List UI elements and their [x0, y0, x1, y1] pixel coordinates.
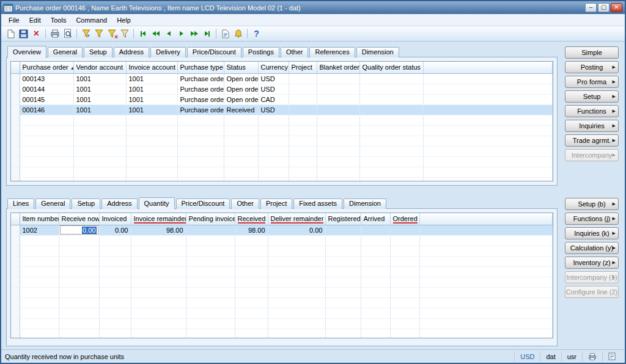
previous-group-icon[interactable] [149, 27, 162, 40]
help-icon[interactable]: ? [250, 27, 263, 40]
grid-cell[interactable]: 1001 [73, 94, 126, 104]
column-header-arrived[interactable]: Arrived [361, 213, 390, 225]
grid-cell[interactable]: Purchase order [177, 104, 224, 115]
grid-cell[interactable] [317, 84, 359, 94]
tab-postings[interactable]: Postings [243, 47, 279, 57]
column-header-invoice-remainder[interactable]: Invoice remainder [131, 213, 186, 225]
grid-cell[interactable] [423, 94, 553, 104]
view-document-icon[interactable] [219, 27, 232, 40]
column-header-received[interactable]: Received [235, 213, 268, 225]
trade-agreement-button[interactable]: Trade agrmt.▶ [565, 134, 619, 147]
grid-cell[interactable] [359, 94, 423, 104]
column-header-ordered[interactable]: Ordered [390, 213, 419, 225]
table-row[interactable]: 000145 1001 1001 Purchase order Open ord… [11, 94, 553, 104]
grid-cell[interactable]: USD [258, 73, 289, 84]
row-selector[interactable] [11, 94, 20, 104]
column-header-pending-invoice[interactable]: Pending invoice [186, 213, 235, 225]
grid-cell[interactable] [186, 225, 235, 235]
grid-cell[interactable]: 1001 [126, 84, 177, 94]
grid-cell[interactable] [317, 73, 359, 84]
previous-record-icon[interactable] [162, 27, 175, 40]
column-header-blanket-order[interactable]: Blanket order [317, 62, 359, 73]
maximize-button[interactable]: ▢ [598, 3, 609, 12]
print-icon[interactable] [48, 27, 61, 40]
tab-dimension-lower[interactable]: Dimension [344, 198, 386, 209]
minimize-button[interactable]: – [585, 3, 597, 12]
grid-cell[interactable]: Purchase order [177, 84, 224, 94]
status-log-icon[interactable] [602, 352, 621, 362]
functions-button-lower[interactable]: Functions (j)▶ [565, 213, 619, 225]
print-preview-icon[interactable] [61, 27, 74, 40]
first-record-icon[interactable] [136, 27, 149, 40]
column-header-item-number[interactable]: Item number [20, 213, 59, 225]
grid-cell[interactable]: CAD [258, 94, 289, 104]
column-header-currency[interactable]: Currency [258, 62, 289, 73]
grid-cell[interactable]: 98.00 [131, 225, 186, 235]
grid-cell-editing[interactable]: 0.00 [59, 225, 99, 235]
grid-cell[interactable] [423, 104, 553, 115]
posting-button[interactable]: Posting▶ [565, 61, 619, 73]
grid-cell[interactable]: 000146 [20, 104, 73, 115]
last-record-icon[interactable] [201, 27, 213, 40]
column-header-registered[interactable]: Registered [325, 213, 361, 225]
tab-address-upper[interactable]: Address [114, 47, 149, 57]
inquiries-button-lower[interactable]: Inquiries (k)▶ [565, 227, 619, 239]
tab-price-discount-upper[interactable]: Price/Discount [187, 47, 241, 57]
save-icon[interactable] [17, 27, 30, 40]
column-header-project[interactable]: Project [289, 62, 317, 73]
tab-other-upper[interactable]: Other [281, 47, 309, 57]
grid-cell[interactable]: 1001 [126, 94, 177, 104]
grid-cell[interactable] [390, 225, 419, 235]
tab-project[interactable]: Project [260, 198, 292, 209]
column-header-status[interactable]: Status [224, 62, 258, 73]
tab-fixed-assets[interactable]: Fixed assets [293, 198, 342, 209]
calculation-button[interactable]: Calculation (y)▶ [565, 242, 619, 254]
column-header-purchase-type[interactable]: Purchase type [177, 62, 224, 73]
grid-cell[interactable]: 0.00 [268, 225, 325, 235]
status-printer-icon[interactable] [582, 352, 602, 362]
delete-icon[interactable]: × [30, 27, 43, 40]
tab-address-lower[interactable]: Address [101, 198, 137, 209]
next-group-icon[interactable] [188, 27, 201, 40]
tab-general-lower[interactable]: General [35, 198, 70, 209]
tab-delivery[interactable]: Delivery [150, 47, 186, 57]
grid-cell[interactable] [289, 73, 317, 84]
grid-cell[interactable]: Purchase order [177, 73, 224, 84]
advanced-filter-icon[interactable] [118, 27, 131, 40]
pro-forma-button[interactable]: Pro forma▶ [565, 76, 619, 88]
table-row-selected[interactable]: 1002 0.00 0.00 98.00 98.00 0.00 [11, 225, 553, 235]
row-selector[interactable] [11, 104, 20, 115]
receive-now-input[interactable]: 0.00 [60, 225, 98, 235]
next-record-icon[interactable] [175, 27, 188, 40]
menu-edit[interactable]: Edit [24, 15, 46, 25]
column-header-invoiced[interactable]: Invoiced [99, 213, 131, 225]
functions-button-upper[interactable]: Functions▶ [565, 105, 619, 117]
grid-cell[interactable] [419, 225, 553, 235]
tab-lines[interactable]: Lines [7, 198, 34, 209]
grid-cell[interactable]: 1001 [126, 73, 177, 84]
grid-cell[interactable]: 000144 [20, 84, 73, 94]
grid-cell[interactable]: 0.00 [99, 225, 131, 235]
row-selector[interactable] [11, 225, 20, 235]
simple-button[interactable]: Simple [565, 46, 619, 59]
grid-cell[interactable]: 1001 [73, 73, 126, 84]
menu-help[interactable]: Help [112, 15, 136, 25]
status-user[interactable]: usr [561, 352, 582, 362]
column-header-deliver-remainder[interactable]: Deliver remainder [268, 213, 325, 225]
menu-tools[interactable]: Tools [46, 15, 72, 25]
grid-cell[interactable]: Open order [224, 84, 258, 94]
grid-cell[interactable]: Purchase order [177, 94, 224, 104]
grid-cell[interactable]: Open order [224, 94, 258, 104]
remove-filter-icon[interactable]: × [105, 27, 118, 40]
grid-cell[interactable] [361, 225, 390, 235]
table-row[interactable]: 000143 1001 1001 Purchase order Open ord… [11, 73, 553, 84]
column-header-invoice-account[interactable]: Invoice account [126, 62, 177, 73]
grid-cell[interactable] [289, 94, 317, 104]
grid-cell[interactable] [317, 94, 359, 104]
tab-dimension-upper[interactable]: Dimension [356, 47, 399, 57]
grid-cell[interactable] [289, 84, 317, 94]
table-row-selected[interactable]: 000146 1001 1001 Purchase order Received… [11, 104, 553, 115]
grid-cell[interactable] [325, 225, 361, 235]
tab-overview[interactable]: Overview [7, 46, 46, 58]
inventory-button[interactable]: Inventory (z)▶ [565, 257, 619, 269]
